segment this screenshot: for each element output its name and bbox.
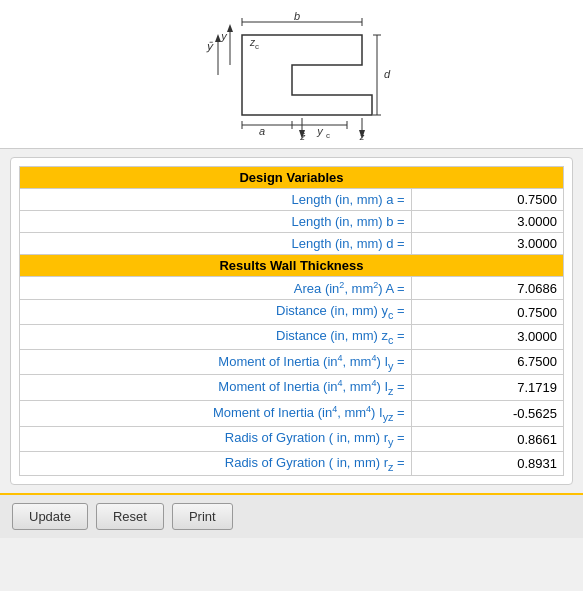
design-variables-header: Design Variables	[20, 167, 564, 189]
svg-text:c: c	[326, 131, 330, 140]
label-zc: Distance (in, mm) zc =	[20, 324, 412, 349]
input-d[interactable]	[418, 236, 557, 251]
main-container: b d y z c ȳ a y c	[0, 0, 583, 538]
label-ry: Radis of Gyration ( in, mm) ry =	[20, 427, 412, 452]
value-d[interactable]	[411, 233, 563, 255]
svg-text:z: z	[358, 132, 364, 140]
value-a[interactable]	[411, 189, 563, 211]
table-row: Radis of Gyration ( in, mm) ry = 0.8661	[20, 427, 564, 452]
table-row: Length (in, mm) d =	[20, 233, 564, 255]
svg-text:y: y	[220, 30, 228, 42]
table-row: Length (in, mm) a =	[20, 189, 564, 211]
result-iy: 6.7500	[411, 349, 563, 375]
button-bar: Update Reset Print	[0, 493, 583, 538]
label-iz: Moment of Inertia (in4, mm4) Iz =	[20, 375, 412, 401]
table-row: Distance (in, mm) yc = 0.7500	[20, 300, 564, 325]
results-header-row: Results Wall Thickness	[20, 255, 564, 277]
result-ry: 0.8661	[411, 427, 563, 452]
reset-button[interactable]: Reset	[96, 503, 164, 530]
result-iz: 7.1719	[411, 375, 563, 401]
svg-text:y: y	[316, 125, 324, 137]
content-panel: Design Variables Length (in, mm) a = Len…	[10, 157, 573, 485]
label-d: Length (in, mm) d =	[20, 233, 412, 255]
update-button[interactable]: Update	[12, 503, 88, 530]
result-rz: 0.8931	[411, 451, 563, 476]
svg-marker-10	[227, 24, 233, 32]
table-row: Length (in, mm) b =	[20, 211, 564, 233]
input-a[interactable]	[418, 192, 557, 207]
svg-text:b: b	[293, 10, 299, 22]
print-button[interactable]: Print	[172, 503, 233, 530]
svg-text:d: d	[383, 68, 390, 80]
design-variables-header-row: Design Variables	[20, 167, 564, 189]
svg-text:a: a	[258, 125, 264, 137]
table-row: Radis of Gyration ( in, mm) rz = 0.8931	[20, 451, 564, 476]
svg-marker-15	[215, 34, 221, 42]
result-zc: 3.0000	[411, 324, 563, 349]
input-b[interactable]	[418, 214, 557, 229]
table-row: Area (in2, mm2) A = 7.0686	[20, 277, 564, 300]
svg-text:ȳ: ȳ	[205, 40, 213, 53]
label-iyz: Moment of Inertia (in4, mm4) Iyz =	[20, 401, 412, 427]
label-b: Length (in, mm) b =	[20, 211, 412, 233]
data-table: Design Variables Length (in, mm) a = Len…	[19, 166, 564, 476]
table-row: Moment of Inertia (in4, mm4) Iyz = -0.56…	[20, 401, 564, 427]
label-iy: Moment of Inertia (in4, mm4) Iy =	[20, 349, 412, 375]
result-yc: 0.7500	[411, 300, 563, 325]
cross-section-diagram: b d y z c ȳ a y c	[162, 10, 422, 140]
label-yc: Distance (in, mm) yc =	[20, 300, 412, 325]
table-row: Moment of Inertia (in4, mm4) Iz = 7.1719	[20, 375, 564, 401]
diagram-area: b d y z c ȳ a y c	[0, 0, 583, 149]
label-area: Area (in2, mm2) A =	[20, 277, 412, 300]
table-row: Distance (in, mm) zc = 3.0000	[20, 324, 564, 349]
label-a: Length (in, mm) a =	[20, 189, 412, 211]
svg-marker-0	[242, 35, 372, 115]
results-header: Results Wall Thickness	[20, 255, 564, 277]
table-row: Moment of Inertia (in4, mm4) Iy = 6.7500	[20, 349, 564, 375]
value-b[interactable]	[411, 211, 563, 233]
svg-text:c: c	[255, 42, 259, 51]
svg-text:z̄: z̄	[299, 132, 305, 140]
label-rz: Radis of Gyration ( in, mm) rz =	[20, 451, 412, 476]
result-iyz: -0.5625	[411, 401, 563, 427]
result-area: 7.0686	[411, 277, 563, 300]
